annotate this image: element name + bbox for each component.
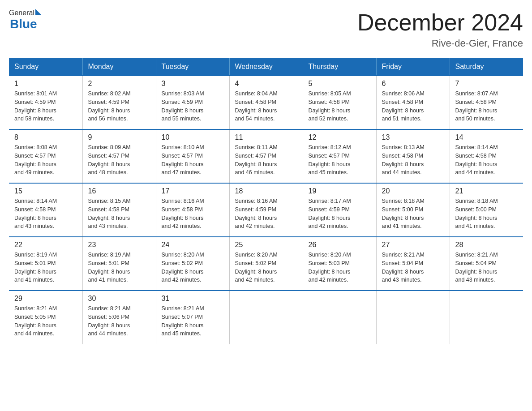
day-info: Sunrise: 8:21 AM Sunset: 5:05 PM Dayligh… xyxy=(14,304,77,338)
day-info: Sunrise: 8:20 AM Sunset: 5:02 PM Dayligh… xyxy=(235,251,297,284)
calendar-cell: 27 Sunrise: 8:21 AM Sunset: 5:04 PM Dayl… xyxy=(376,237,450,291)
day-number: 10 xyxy=(162,133,224,141)
day-number: 2 xyxy=(88,80,150,88)
day-info: Sunrise: 8:19 AM Sunset: 5:01 PM Dayligh… xyxy=(88,251,150,284)
day-number: 25 xyxy=(235,241,297,249)
calendar-cell: 9 Sunrise: 8:09 AM Sunset: 4:57 PM Dayli… xyxy=(82,129,156,183)
calendar-header-monday: Monday xyxy=(82,58,156,76)
day-info: Sunrise: 8:20 AM Sunset: 5:03 PM Dayligh… xyxy=(309,251,371,284)
calendar-week-row-2: 8 Sunrise: 8:08 AM Sunset: 4:57 PM Dayli… xyxy=(9,129,523,183)
calendar-week-row-4: 22 Sunrise: 8:19 AM Sunset: 5:01 PM Dayl… xyxy=(9,237,523,291)
calendar-header-sunday: Sunday xyxy=(9,58,82,76)
calendar-cell: 28 Sunrise: 8:21 AM Sunset: 5:04 PM Dayl… xyxy=(450,237,523,291)
logo-line1: General xyxy=(9,9,42,17)
calendar-cell xyxy=(229,291,303,344)
day-info: Sunrise: 8:18 AM Sunset: 5:00 PM Dayligh… xyxy=(455,197,518,231)
calendar-week-row-5: 29 Sunrise: 8:21 AM Sunset: 5:05 PM Dayl… xyxy=(9,291,523,344)
calendar-cell: 5 Sunrise: 8:05 AM Sunset: 4:58 PM Dayli… xyxy=(303,76,376,129)
day-number: 27 xyxy=(382,241,444,249)
calendar-cell: 25 Sunrise: 8:20 AM Sunset: 5:02 PM Dayl… xyxy=(229,237,303,291)
day-number: 5 xyxy=(309,80,371,88)
calendar-header-thursday: Thursday xyxy=(303,58,376,76)
calendar-table: SundayMondayTuesdayWednesdayThursdayFrid… xyxy=(9,58,523,344)
day-info: Sunrise: 8:19 AM Sunset: 5:01 PM Dayligh… xyxy=(14,251,77,284)
calendar-cell: 15 Sunrise: 8:14 AM Sunset: 4:58 PM Dayl… xyxy=(9,183,82,237)
day-number: 26 xyxy=(309,241,371,249)
page-header: General Blue December 2024 Rive-de-Gier,… xyxy=(9,9,523,49)
day-info: Sunrise: 8:14 AM Sunset: 4:58 PM Dayligh… xyxy=(455,143,518,177)
calendar-cell: 3 Sunrise: 8:03 AM Sunset: 4:59 PM Dayli… xyxy=(156,76,229,129)
logo-arrow-icon xyxy=(35,9,42,15)
calendar-header-friday: Friday xyxy=(376,58,450,76)
day-number: 20 xyxy=(382,187,444,195)
calendar-cell: 18 Sunrise: 8:16 AM Sunset: 4:59 PM Dayl… xyxy=(229,183,303,237)
calendar-cell: 19 Sunrise: 8:17 AM Sunset: 4:59 PM Dayl… xyxy=(303,183,376,237)
day-info: Sunrise: 8:11 AM Sunset: 4:57 PM Dayligh… xyxy=(235,143,297,177)
day-info: Sunrise: 8:07 AM Sunset: 4:58 PM Dayligh… xyxy=(455,90,518,123)
day-info: Sunrise: 8:21 AM Sunset: 5:07 PM Dayligh… xyxy=(162,304,224,338)
day-info: Sunrise: 8:12 AM Sunset: 4:57 PM Dayligh… xyxy=(309,143,371,177)
calendar-cell: 31 Sunrise: 8:21 AM Sunset: 5:07 PM Dayl… xyxy=(156,291,229,344)
day-number: 15 xyxy=(14,187,77,195)
day-number: 29 xyxy=(14,295,77,303)
day-info: Sunrise: 8:18 AM Sunset: 5:00 PM Dayligh… xyxy=(382,197,444,231)
day-info: Sunrise: 8:14 AM Sunset: 4:58 PM Dayligh… xyxy=(14,197,77,231)
day-info: Sunrise: 8:10 AM Sunset: 4:57 PM Dayligh… xyxy=(162,143,224,177)
calendar-week-row-3: 15 Sunrise: 8:14 AM Sunset: 4:58 PM Dayl… xyxy=(9,183,523,237)
logo: General Blue xyxy=(9,9,42,31)
calendar-cell: 26 Sunrise: 8:20 AM Sunset: 5:03 PM Dayl… xyxy=(303,237,376,291)
calendar-header-saturday: Saturday xyxy=(450,58,523,76)
day-info: Sunrise: 8:17 AM Sunset: 4:59 PM Dayligh… xyxy=(309,197,371,231)
day-number: 3 xyxy=(162,80,224,88)
day-number: 16 xyxy=(88,187,150,195)
title-section: December 2024 Rive-de-Gier, France xyxy=(357,9,523,49)
day-number: 8 xyxy=(14,133,77,141)
day-info: Sunrise: 8:05 AM Sunset: 4:58 PM Dayligh… xyxy=(309,90,371,123)
calendar-cell: 30 Sunrise: 8:21 AM Sunset: 5:06 PM Dayl… xyxy=(82,291,156,344)
logo-general-text: General xyxy=(9,9,34,17)
calendar-cell: 10 Sunrise: 8:10 AM Sunset: 4:57 PM Dayl… xyxy=(156,129,229,183)
day-number: 1 xyxy=(14,80,77,88)
day-number: 4 xyxy=(235,80,297,88)
day-number: 11 xyxy=(235,133,297,141)
calendar-cell: 13 Sunrise: 8:13 AM Sunset: 4:58 PM Dayl… xyxy=(376,129,450,183)
calendar-week-row-1: 1 Sunrise: 8:01 AM Sunset: 4:59 PM Dayli… xyxy=(9,76,523,129)
calendar-cell xyxy=(303,291,376,344)
calendar-cell: 6 Sunrise: 8:06 AM Sunset: 4:58 PM Dayli… xyxy=(376,76,450,129)
day-number: 19 xyxy=(309,187,371,195)
day-info: Sunrise: 8:21 AM Sunset: 5:06 PM Dayligh… xyxy=(88,304,150,338)
month-title: December 2024 xyxy=(357,9,523,36)
day-number: 17 xyxy=(162,187,224,195)
calendar-cell: 20 Sunrise: 8:18 AM Sunset: 5:00 PM Dayl… xyxy=(376,183,450,237)
day-number: 18 xyxy=(235,187,297,195)
day-number: 13 xyxy=(382,133,444,141)
calendar-cell: 23 Sunrise: 8:19 AM Sunset: 5:01 PM Dayl… xyxy=(82,237,156,291)
calendar-header-wednesday: Wednesday xyxy=(229,58,303,76)
day-number: 7 xyxy=(455,80,518,88)
day-info: Sunrise: 8:03 AM Sunset: 4:59 PM Dayligh… xyxy=(162,90,224,123)
calendar-cell: 14 Sunrise: 8:14 AM Sunset: 4:58 PM Dayl… xyxy=(450,129,523,183)
day-number: 31 xyxy=(162,295,224,303)
day-number: 28 xyxy=(455,241,518,249)
calendar-cell: 21 Sunrise: 8:18 AM Sunset: 5:00 PM Dayl… xyxy=(450,183,523,237)
day-info: Sunrise: 8:16 AM Sunset: 4:59 PM Dayligh… xyxy=(235,197,297,231)
day-info: Sunrise: 8:20 AM Sunset: 5:02 PM Dayligh… xyxy=(162,251,224,284)
calendar-cell xyxy=(450,291,523,344)
calendar-cell: 2 Sunrise: 8:02 AM Sunset: 4:59 PM Dayli… xyxy=(82,76,156,129)
day-number: 12 xyxy=(309,133,371,141)
day-info: Sunrise: 8:15 AM Sunset: 4:58 PM Dayligh… xyxy=(88,197,150,231)
calendar-cell: 17 Sunrise: 8:16 AM Sunset: 4:58 PM Dayl… xyxy=(156,183,229,237)
day-info: Sunrise: 8:09 AM Sunset: 4:57 PM Dayligh… xyxy=(88,143,150,177)
day-info: Sunrise: 8:02 AM Sunset: 4:59 PM Dayligh… xyxy=(88,90,150,123)
calendar-cell: 7 Sunrise: 8:07 AM Sunset: 4:58 PM Dayli… xyxy=(450,76,523,129)
day-number: 22 xyxy=(14,241,77,249)
day-number: 23 xyxy=(88,241,150,249)
calendar-cell: 8 Sunrise: 8:08 AM Sunset: 4:57 PM Dayli… xyxy=(9,129,82,183)
day-info: Sunrise: 8:16 AM Sunset: 4:58 PM Dayligh… xyxy=(162,197,224,231)
calendar-cell: 22 Sunrise: 8:19 AM Sunset: 5:01 PM Dayl… xyxy=(9,237,82,291)
logo-blue-text: Blue xyxy=(10,17,42,31)
day-number: 21 xyxy=(455,187,518,195)
day-info: Sunrise: 8:21 AM Sunset: 5:04 PM Dayligh… xyxy=(455,251,518,284)
calendar-header-tuesday: Tuesday xyxy=(156,58,229,76)
day-info: Sunrise: 8:13 AM Sunset: 4:58 PM Dayligh… xyxy=(382,143,444,177)
